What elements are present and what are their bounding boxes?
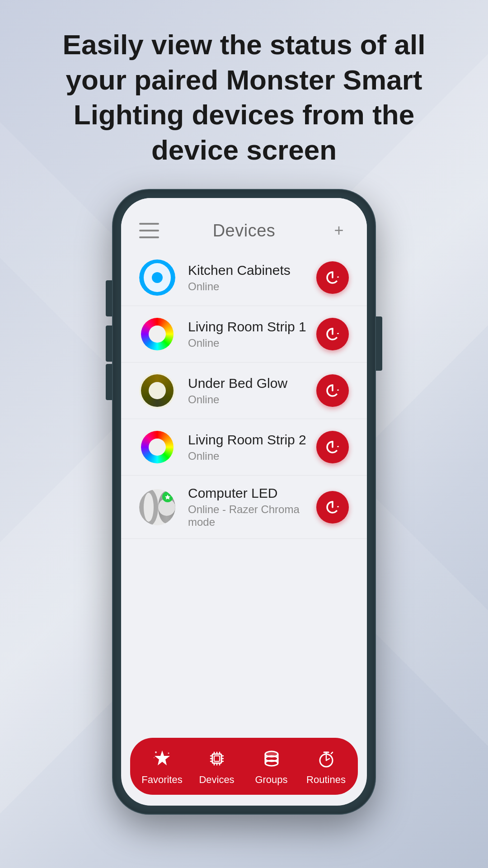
device-info-living-room-2: Living Room Strip 2 Online (188, 432, 316, 462)
add-button[interactable]: + (329, 221, 349, 241)
device-status-kitchen: Online (188, 280, 316, 293)
nav-label-favorites: Favorites (141, 774, 182, 786)
device-status-bed: Online (188, 393, 316, 406)
device-info-computer: Computer LED Online - Razer Chroma mode (188, 486, 316, 528)
device-icon-kitchen (139, 259, 175, 296)
device-info-kitchen: Kitchen Cabinets Online (188, 263, 316, 293)
chip-icon (205, 747, 229, 770)
nav-label-routines: Routines (306, 774, 346, 786)
power-button-computer[interactable] (316, 491, 349, 524)
power-button-living-room-1[interactable] (316, 318, 349, 350)
phone-frame: Devices + Kitchen Cabinets Online (113, 190, 375, 814)
svg-point-10 (155, 751, 157, 753)
svg-line-40 (331, 752, 333, 754)
nav-item-favorites[interactable]: Favorites (135, 747, 189, 786)
device-icon-living-room-1 (139, 316, 175, 352)
menu-button[interactable] (139, 223, 159, 238)
svg-point-12 (154, 757, 155, 758)
timer-icon (314, 747, 338, 770)
device-item-computer[interactable]: Computer LED Online - Razer Chroma mode (121, 476, 367, 539)
device-status-living-room-1: Online (188, 337, 316, 349)
nav-label-devices: Devices (199, 774, 234, 786)
device-status-computer: Online - Razer Chroma mode (188, 503, 316, 528)
device-list: Kitchen Cabinets Online (121, 250, 367, 738)
device-status-living-room-2: Online (188, 450, 316, 462)
headline: Easily view the status of all your paire… (0, 0, 488, 190)
svg-point-11 (168, 753, 169, 754)
device-name-computer: Computer LED (188, 486, 316, 501)
device-name-bed: Under Bed Glow (188, 376, 316, 391)
power-button-living-room-2[interactable] (316, 431, 349, 463)
device-icon-bed (139, 373, 175, 409)
header-title: Devices (213, 221, 276, 241)
layers-icon (260, 747, 283, 770)
device-info-bed: Under Bed Glow Online (188, 376, 316, 406)
nav-label-groups: Groups (255, 774, 287, 786)
bottom-nav: Favorites (121, 738, 367, 806)
device-name-kitchen: Kitchen Cabinets (188, 263, 316, 278)
device-info-living-room-1: Living Room Strip 1 Online (188, 319, 316, 349)
nav-item-routines[interactable]: Routines (299, 747, 353, 786)
device-name-living-room-2: Living Room Strip 2 (188, 432, 316, 448)
device-name-living-room-1: Living Room Strip 1 (188, 319, 316, 335)
bottom-nav-inner: Favorites (130, 738, 358, 795)
star-icon (150, 747, 174, 770)
device-item-kitchen-cabinets[interactable]: Kitchen Cabinets Online (121, 250, 367, 306)
computer-razer-badge (162, 491, 173, 502)
svg-rect-14 (214, 756, 220, 761)
device-item-living-room-2[interactable]: Living Room Strip 2 Online (121, 419, 367, 476)
power-button-bed[interactable] (316, 374, 349, 407)
device-item-living-room-1[interactable]: Living Room Strip 1 Online (121, 306, 367, 363)
device-icon-living-room-2 (139, 429, 175, 465)
phone-screen: Devices + Kitchen Cabinets Online (121, 198, 367, 806)
nav-item-devices[interactable]: Devices (189, 747, 244, 786)
device-icon-computer (139, 489, 175, 525)
device-item-under-bed[interactable]: Under Bed Glow Online (121, 363, 367, 419)
app-header: Devices + (121, 198, 367, 250)
nav-item-groups[interactable]: Groups (244, 747, 299, 786)
power-button-kitchen[interactable] (316, 261, 349, 294)
